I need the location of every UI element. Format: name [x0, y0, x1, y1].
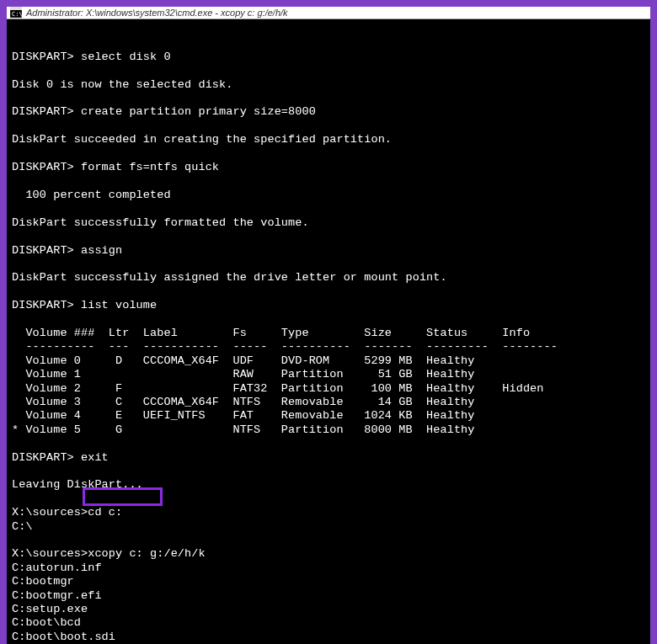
terminal-content: DISKPART> select disk 0 Disk 0 is now th…	[12, 51, 645, 644]
window-title: Administrator: X:\windows\system32\cmd.e…	[26, 8, 288, 18]
terminal-area[interactable]: DISKPART> select disk 0 Disk 0 is now th…	[7, 19, 650, 644]
cmd-icon: C:\	[10, 7, 22, 19]
svg-text:C:\: C:\	[12, 11, 22, 18]
cmd-window: C:\ Administrator: X:\windows\system32\c…	[5, 5, 652, 639]
svg-rect-1	[10, 8, 22, 10]
titlebar[interactable]: C:\ Administrator: X:\windows\system32\c…	[7, 7, 650, 19]
